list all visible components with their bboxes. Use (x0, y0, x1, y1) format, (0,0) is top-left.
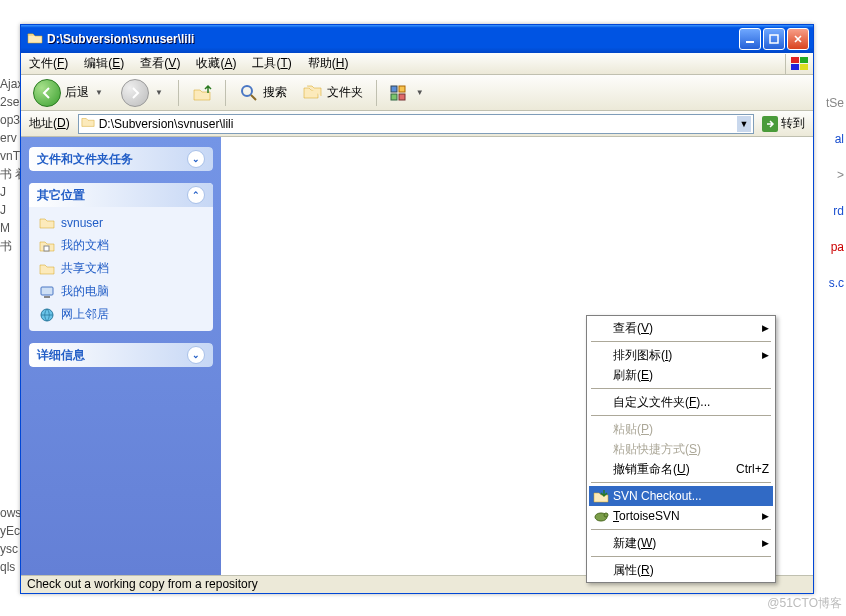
statusbar-text: Check out a working copy from a reposito… (27, 577, 258, 591)
forward-button[interactable]: ▼ (115, 77, 171, 109)
documents-icon (39, 238, 55, 254)
window-title: D:\Subversion\svnuser\lili (47, 32, 739, 46)
menu-svn-checkout[interactable]: SVN Checkout... (589, 486, 773, 506)
sidebar-item-svnuser[interactable]: svnuser (39, 215, 203, 231)
tortoisesvn-icon (593, 508, 609, 524)
sidebar-item-network[interactable]: 网上邻居 (39, 306, 203, 323)
svg-rect-11 (44, 246, 49, 251)
shared-folder-icon (39, 261, 55, 277)
svg-rect-0 (746, 41, 754, 43)
menu-properties[interactable]: 属性(R) (589, 560, 773, 580)
context-menu: 查看(V) ▶ 排列图标(I) ▶ 刷新(E) 自定义文件夹(F)... 粘贴(… (586, 315, 776, 583)
svg-point-16 (604, 513, 608, 517)
search-button[interactable]: 搜索 (233, 81, 293, 105)
watermark: @51CTO博客 (767, 595, 842, 612)
folder-icon (81, 115, 95, 132)
go-button[interactable]: 转到 (758, 115, 809, 132)
svg-rect-4 (791, 64, 799, 70)
svn-checkout-icon (593, 488, 609, 504)
menu-view[interactable]: 查看(V) ▶ (589, 318, 773, 338)
panel-other-places: 其它位置 ⌃ svnuser 我的文档 共享文档 (29, 183, 213, 331)
bg-right-text: tSe al > rd pa s.c (826, 85, 844, 301)
address-field[interactable]: D:\Subversion\svnuser\lili ▼ (78, 114, 754, 134)
bg-left-tree: Ajax 2se op3 erv vnT 书 着 J J M 书 (0, 75, 20, 255)
sidebar-item-my-computer[interactable]: 我的电脑 (39, 283, 203, 300)
menu-edit[interactable]: 编辑(E) (76, 52, 132, 75)
folders-button[interactable]: 文件夹 (297, 81, 369, 105)
folders-icon (303, 83, 323, 103)
close-button[interactable] (787, 28, 809, 50)
views-icon (390, 83, 410, 103)
address-dropdown[interactable]: ▼ (737, 116, 751, 132)
addressbar: 地址(D) D:\Subversion\svnuser\lili ▼ 转到 (21, 111, 813, 137)
address-label: 地址(D) (25, 115, 74, 132)
menu-view[interactable]: 查看(V) (132, 52, 188, 75)
search-icon (239, 83, 259, 103)
svg-rect-8 (399, 86, 405, 92)
submenu-arrow-icon: ▶ (756, 323, 769, 333)
menu-arrange-icons[interactable]: 排列图标(I) ▶ (589, 345, 773, 365)
chevron-down-icon[interactable]: ▼ (93, 88, 105, 97)
folder-view[interactable]: 查看(V) ▶ 排列图标(I) ▶ 刷新(E) 自定义文件夹(F)... 粘贴(… (221, 137, 813, 575)
menu-separator (591, 341, 771, 342)
minimize-button[interactable] (739, 28, 761, 50)
svg-rect-10 (399, 94, 405, 100)
panel-tasks: 文件和文件夹任务 ⌄ (29, 147, 213, 171)
windows-flag-icon (785, 54, 813, 74)
svg-rect-7 (391, 86, 397, 92)
menu-separator (591, 556, 771, 557)
menu-customize-folder[interactable]: 自定义文件夹(F)... (589, 392, 773, 412)
maximize-button[interactable] (763, 28, 785, 50)
menu-file[interactable]: 文件(F) (21, 52, 76, 75)
folder-icon (27, 30, 43, 49)
computer-icon (39, 284, 55, 300)
back-arrow-icon (33, 79, 61, 107)
menu-separator (591, 388, 771, 389)
menu-separator (591, 482, 771, 483)
titlebar[interactable]: D:\Subversion\svnuser\lili (21, 25, 813, 53)
menu-tools[interactable]: 工具(T) (244, 52, 299, 75)
titlebar-buttons (739, 28, 809, 50)
menu-undo-rename[interactable]: 撤销重命名(U) Ctrl+Z (589, 459, 773, 479)
views-button[interactable]: ▼ (384, 81, 432, 105)
submenu-arrow-icon: ▶ (756, 511, 769, 521)
svg-rect-5 (800, 64, 808, 70)
submenu-arrow-icon: ▶ (756, 350, 769, 360)
svg-rect-9 (391, 94, 397, 100)
panel-other-places-header[interactable]: 其它位置 ⌃ (29, 183, 213, 207)
submenu-arrow-icon: ▶ (756, 538, 769, 548)
forward-arrow-icon (121, 79, 149, 107)
menu-new[interactable]: 新建(W) ▶ (589, 533, 773, 553)
sidebar-item-shared-documents[interactable]: 共享文档 (39, 260, 203, 277)
menu-favorites[interactable]: 收藏(A) (188, 52, 244, 75)
menu-separator (591, 415, 771, 416)
menu-paste-shortcut: 粘贴快捷方式(S) (589, 439, 773, 459)
chevron-down-icon: ⌄ (187, 346, 205, 364)
sidebar-item-my-documents[interactable]: 我的文档 (39, 237, 203, 254)
menu-refresh[interactable]: 刷新(E) (589, 365, 773, 385)
chevron-down-icon[interactable]: ▼ (414, 88, 426, 97)
chevron-down-icon: ⌄ (187, 150, 205, 168)
network-icon (39, 307, 55, 323)
address-text: D:\Subversion\svnuser\lili (99, 117, 737, 131)
panel-tasks-header[interactable]: 文件和文件夹任务 ⌄ (29, 147, 213, 171)
svg-rect-2 (791, 57, 799, 63)
svg-rect-1 (770, 35, 778, 43)
menu-help[interactable]: 帮助(H) (300, 52, 357, 75)
explorer-window: D:\Subversion\svnuser\lili 文件(F) 编辑(E) 查… (20, 24, 814, 594)
folder-up-icon (192, 83, 212, 103)
up-button[interactable] (186, 81, 218, 105)
folder-icon (39, 215, 55, 231)
svg-rect-12 (41, 287, 53, 295)
content-area: 文件和文件夹任务 ⌄ 其它位置 ⌃ svnuser 我的文档 (21, 137, 813, 575)
menu-tortoisesvn[interactable]: TTortoiseSVNortoiseSVN ▶ (589, 506, 773, 526)
go-arrow-icon (762, 116, 778, 132)
chevron-up-icon: ⌃ (187, 186, 205, 204)
chevron-down-icon[interactable]: ▼ (153, 88, 165, 97)
svg-point-6 (242, 86, 252, 96)
panel-details-header[interactable]: 详细信息 ⌄ (29, 343, 213, 367)
back-button[interactable]: 后退 ▼ (27, 77, 111, 109)
menu-separator (591, 529, 771, 530)
panel-details: 详细信息 ⌄ (29, 343, 213, 367)
bg-bottom-left: ows: yEc ysc qls (0, 504, 20, 576)
